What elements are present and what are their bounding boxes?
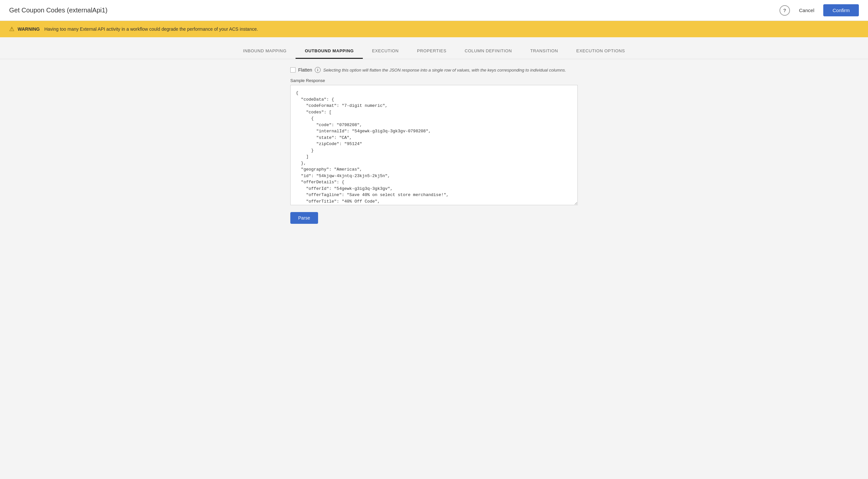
content-area: Flatten i Selecting this option will fla…	[284, 67, 584, 224]
tab-outbound-mapping[interactable]: OUTBOUND MAPPING	[296, 44, 363, 59]
flatten-label: Flatten	[298, 67, 312, 72]
help-button[interactable]: ?	[779, 5, 790, 16]
warning-icon: ⚠	[9, 26, 14, 33]
header-actions: ? Cancel Confirm	[779, 4, 859, 16]
tab-column-definition[interactable]: COLUMN DEFINITION	[456, 44, 521, 59]
tabs-container: INBOUND MAPPING OUTBOUND MAPPING EXECUTI…	[0, 44, 868, 59]
sample-response-label: Sample Response	[290, 78, 578, 83]
sample-response-textarea[interactable]	[290, 85, 578, 205]
tab-properties[interactable]: PROPERTIES	[408, 44, 456, 59]
main-content: INBOUND MAPPING OUTBOUND MAPPING EXECUTI…	[0, 37, 868, 479]
confirm-button[interactable]: Confirm	[823, 4, 859, 16]
flatten-row: Flatten i Selecting this option will fla…	[290, 67, 578, 73]
tab-transition[interactable]: TRANSITION	[521, 44, 567, 59]
flatten-info-text: Selecting this option will flatten the J…	[323, 68, 566, 72]
app-container: Get Coupon Codes (externalApi1) ? Cancel…	[0, 0, 868, 479]
flatten-checkbox[interactable]	[290, 67, 296, 72]
tab-inbound-mapping[interactable]: INBOUND MAPPING	[234, 44, 296, 59]
warning-banner: ⚠ WARNING Having too many External API a…	[0, 21, 868, 37]
warning-label: WARNING	[18, 27, 40, 32]
cancel-button[interactable]: Cancel	[795, 5, 818, 15]
info-icon: i	[315, 67, 321, 73]
header: Get Coupon Codes (externalApi1) ? Cancel…	[0, 0, 868, 21]
warning-message: Having too many External API activity in…	[44, 27, 258, 32]
tab-execution-options[interactable]: EXECUTION OPTIONS	[567, 44, 634, 59]
page-title: Get Coupon Codes (externalApi1)	[9, 6, 107, 14]
parse-button[interactable]: Parse	[290, 212, 318, 224]
tab-execution[interactable]: EXECUTION	[363, 44, 408, 59]
